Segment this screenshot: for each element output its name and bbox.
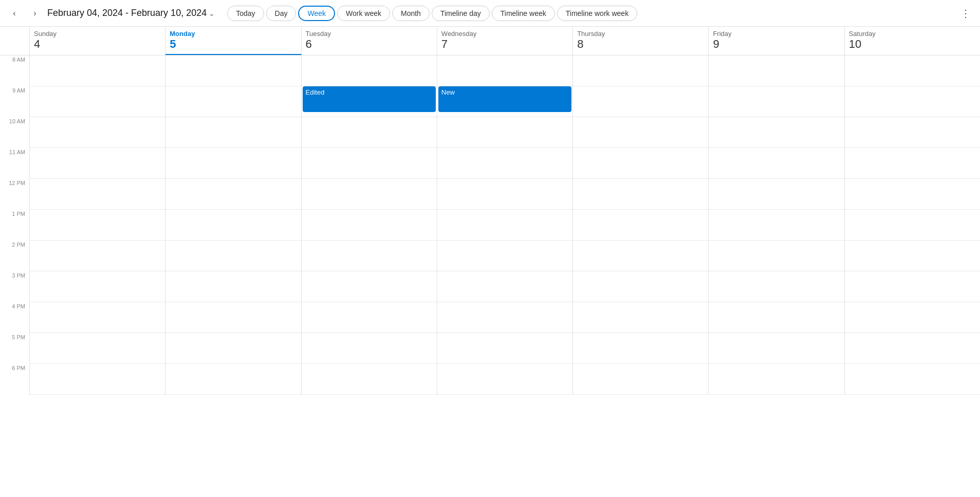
view-btn-today[interactable]: Today: [227, 6, 264, 21]
day-header-tuesday: Tuesday 6: [302, 27, 437, 55]
time-grid: 8 AM 9 AM 10 AM 11 AM 12 PM 1 PM 2 PM 3 …: [0, 56, 980, 395]
calendar-container: Sunday 4 Monday 5 Tuesday 6 Wednesday 7 …: [0, 27, 980, 497]
time-grid-scroll[interactable]: 8 AM 9 AM 10 AM 11 AM 12 PM 1 PM 2 PM 3 …: [0, 56, 980, 497]
time-label-12pm: 12 PM: [0, 179, 30, 210]
view-btn-month[interactable]: Month: [392, 6, 430, 21]
day-column-tuesday: Edited: [302, 56, 437, 395]
time-label-5pm: 5 PM: [0, 333, 30, 364]
view-btn-timeline-day[interactable]: Timeline day: [432, 6, 490, 21]
day-headers: Sunday 4 Monday 5 Tuesday 6 Wednesday 7 …: [0, 27, 980, 56]
view-btn-day[interactable]: Day: [266, 6, 297, 21]
time-column: 8 AM 9 AM 10 AM 11 AM 12 PM 1 PM 2 PM 3 …: [0, 56, 30, 395]
view-btn-work-week[interactable]: Work week: [337, 6, 390, 21]
prev-button[interactable]: ‹: [6, 5, 23, 22]
day-column-saturday: [845, 56, 980, 395]
date-range-text: February 04, 2024 - February 10, 2024: [47, 8, 207, 19]
view-btn-timeline-work-week[interactable]: Timeline work week: [557, 6, 637, 21]
time-label-4pm: 4 PM: [0, 302, 30, 333]
view-btn-week[interactable]: Week: [298, 6, 335, 21]
day-header-friday: Friday 9: [709, 27, 844, 55]
days-grid: Edited New: [30, 56, 980, 395]
time-label-6pm: 6 PM: [0, 364, 30, 395]
calendar-header: ‹ › February 04, 2024 - February 10, 202…: [0, 0, 980, 27]
event-new[interactable]: New: [438, 86, 571, 112]
view-btn-timeline-week[interactable]: Timeline week: [492, 6, 555, 21]
time-label-10am: 10 AM: [0, 117, 30, 148]
time-label-8am: 8 AM: [0, 56, 30, 86]
view-buttons-group: Today Day Week Work week Month Timeline …: [227, 6, 637, 21]
event-edited[interactable]: Edited: [303, 86, 436, 112]
day-column-sunday: [30, 56, 165, 395]
time-label-3pm: 3 PM: [0, 271, 30, 302]
day-header-wednesday: Wednesday 7: [437, 27, 573, 55]
time-label-1pm: 1 PM: [0, 210, 30, 241]
day-header-sunday: Sunday 4: [30, 27, 165, 55]
time-label-11am: 11 AM: [0, 148, 30, 179]
time-gutter-header: [0, 27, 30, 55]
day-column-friday: [709, 56, 844, 395]
next-button[interactable]: ›: [27, 5, 43, 22]
time-label-2pm: 2 PM: [0, 241, 30, 271]
day-header-thursday: Thursday 8: [573, 27, 709, 55]
day-header-monday: Monday 5: [165, 27, 301, 55]
time-label-9am: 9 AM: [0, 86, 30, 117]
day-column-wednesday: New: [437, 56, 573, 395]
day-column-monday: [165, 56, 301, 395]
more-options-button[interactable]: ⋮: [957, 5, 974, 22]
date-range-selector[interactable]: February 04, 2024 - February 10, 2024 ⌄: [47, 8, 215, 19]
day-column-thursday: [573, 56, 709, 395]
day-header-saturday: Saturday 10: [845, 27, 980, 55]
date-range-chevron: ⌄: [209, 9, 215, 17]
